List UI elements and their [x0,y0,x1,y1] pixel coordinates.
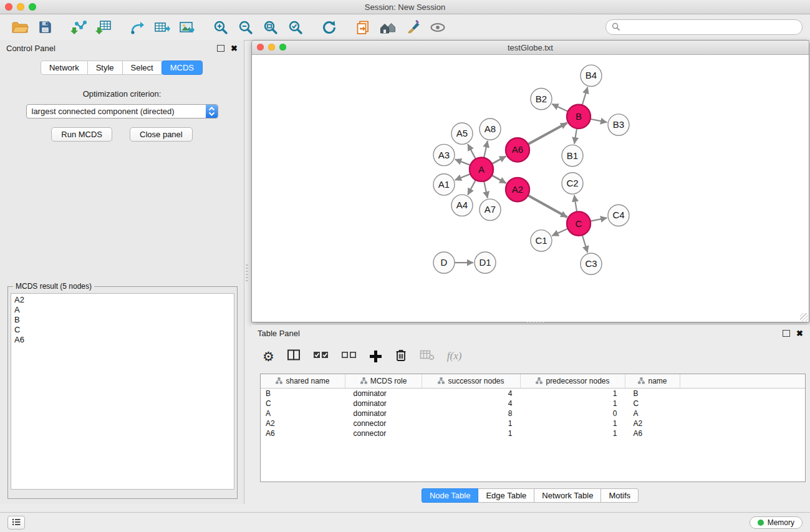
table-cell[interactable]: dominator [345,389,422,399]
graph-edge-A-A2[interactable] [492,175,506,183]
delete-column-button[interactable] [395,347,407,365]
graph-node-C[interactable]: C [567,211,591,235]
style-brush-button[interactable] [400,17,425,37]
graph-edge-A6-B[interactable] [528,123,567,144]
graph-edge-A-A5[interactable] [468,144,476,159]
table-cell[interactable]: A2 [625,418,680,428]
deselect-all-button[interactable] [341,347,357,365]
export-image-button[interactable] [175,17,200,37]
create-column-button[interactable] [369,347,382,365]
import-table-button[interactable] [91,17,116,37]
table-cell[interactable]: dominator [345,399,422,409]
graph-node-C4[interactable]: C4 [608,205,629,226]
tab-motifs[interactable]: Motifs [600,488,639,503]
table-settings-button[interactable]: ⚙ [263,347,274,365]
zoom-in-button[interactable] [208,17,233,37]
table-cell[interactable]: 1 [521,428,625,438]
minimize-window-button[interactable] [17,3,24,11]
tab-mcds[interactable]: MCDS [162,60,203,75]
result-item[interactable]: B [14,315,231,325]
mcds-result-list[interactable]: A2ABCA6 [11,293,234,490]
graph-edge-A-A7[interactable] [484,181,488,198]
graph-node-B[interactable]: B [567,105,591,128]
resize-handle[interactable] [800,313,808,321]
graph-edge-A-A8[interactable] [484,141,488,158]
function-builder-button[interactable]: f(x) [447,347,462,365]
export-table-button[interactable] [150,17,175,37]
graph-node-C3[interactable]: C3 [581,253,602,274]
float-panel-icon[interactable] [217,45,224,52]
run-mcds-button[interactable]: Run MCDS [51,127,112,142]
close-panel-button[interactable]: Close panel [130,127,193,142]
graph-node-A5[interactable]: A5 [451,123,473,144]
graph-edge-C-C4[interactable] [591,218,607,221]
table-row[interactable]: A6connector11A6 [261,428,805,438]
graph-edge-B-B1[interactable] [574,128,577,144]
import-network-button[interactable] [66,17,91,37]
search-input[interactable] [623,22,796,32]
toolbar-search[interactable] [605,19,803,35]
graph-node-A7[interactable]: A7 [480,199,501,220]
table-cell[interactable]: A6 [625,428,680,438]
network-zoom-button[interactable] [279,44,286,51]
vertical-splitter-grip[interactable] [246,264,248,283]
table-cell[interactable]: 1 [521,389,625,399]
table-cell[interactable]: 0 [521,409,625,418]
network-window-titlebar[interactable]: testGlobe.txt [252,41,809,55]
table-cell[interactable]: 1 [422,428,521,438]
column-header-shared-name[interactable]: shared name [261,374,345,389]
column-header-MCDS-role[interactable]: MCDS role [345,374,422,389]
close-panel-icon[interactable]: ✖ [231,44,238,52]
graph-node-D[interactable]: D [433,252,455,273]
table-cell[interactable]: A2 [261,418,345,428]
select-all-button[interactable] [313,347,329,365]
table-cell[interactable]: A [261,409,345,418]
table-cell[interactable]: B [625,389,680,399]
graph-edge-A-A3[interactable] [455,159,471,165]
network-minimize-button[interactable] [268,44,275,51]
result-item[interactable]: A2 [14,295,231,305]
tab-style[interactable]: Style [87,60,123,75]
table-cell[interactable]: 4 [422,389,521,399]
table-cell[interactable]: A6 [261,428,345,438]
column-header-predecessor-nodes[interactable]: predecessor nodes [521,374,625,389]
table-cell[interactable]: C [625,399,680,409]
graph-edge-C-C3[interactable] [582,235,588,253]
table-cell[interactable]: 8 [422,409,521,418]
float-table-panel-icon[interactable] [783,330,790,337]
table-cell[interactable]: connector [345,428,422,438]
graph-node-B2[interactable]: B2 [531,89,552,110]
close-window-button[interactable] [5,3,12,11]
graph-node-B3[interactable]: B3 [608,114,629,135]
table-row[interactable]: Bdominator41B [261,389,805,399]
network-overview-button[interactable] [350,17,375,37]
graph-edge-A-A4[interactable] [468,180,476,195]
graph-node-B4[interactable]: B4 [581,65,602,86]
graph-node-C1[interactable]: C1 [531,230,552,251]
graph-edge-A-A6[interactable] [492,156,506,163]
table-row[interactable]: A2connector11A2 [261,418,805,428]
graph-edge-B-B3[interactable] [591,119,607,122]
table-cell[interactable]: connector [345,418,422,428]
table-row[interactable]: Adominator80A [261,409,805,418]
show-hide-button[interactable] [425,17,450,37]
graph-edge-A-A1[interactable] [455,174,471,180]
tab-network-table[interactable]: Network Table [534,488,601,503]
horizontal-splitter-grip[interactable] [527,322,546,324]
memory-button[interactable]: Memory [750,516,803,529]
table-cell[interactable]: C [261,399,345,409]
graph-node-D1[interactable]: D1 [475,252,496,273]
task-history-button[interactable] [7,516,25,530]
network-canvas[interactable]: B4B2BB3A5A8A6A3B1AA1C2A2A4A7C4CC1DD1C3 [252,55,809,322]
result-item[interactable]: C [14,325,231,335]
close-table-panel-icon[interactable]: ✖ [796,329,803,337]
table-cell[interactable]: 1 [521,399,625,409]
table-cell[interactable]: 4 [422,399,521,409]
graph-edge-C-C2[interactable] [574,195,577,212]
tab-edge-table[interactable]: Edge Table [478,488,534,503]
graph-node-C2[interactable]: C2 [562,173,583,194]
delete-table-button[interactable] [420,347,435,365]
column-header-name[interactable]: name [625,374,680,389]
graph-node-A3[interactable]: A3 [433,144,455,165]
result-item[interactable]: A6 [14,335,231,345]
